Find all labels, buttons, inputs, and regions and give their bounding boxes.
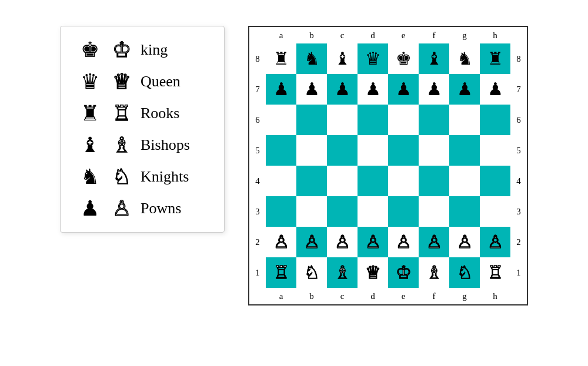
col-label-top-h: h — [480, 27, 510, 43]
legend-row-king: ♚♔king — [77, 37, 208, 63]
piece-g8: ♞ — [457, 50, 473, 68]
piece-b1: ♘ — [304, 264, 320, 281]
cell-d7: ♟ — [358, 74, 388, 105]
cell-f5 — [419, 135, 449, 166]
cell-g6 — [449, 105, 480, 135]
piece-b7: ♟ — [304, 80, 320, 98]
piece-a7: ♟ — [273, 80, 289, 98]
legend-row-rooks: ♜♖Rooks — [77, 100, 208, 126]
cell-d5 — [358, 135, 388, 166]
piece-white-icon: ♙ — [109, 198, 135, 219]
cell-a8: ♜ — [266, 43, 296, 74]
piece-b2: ♙ — [304, 233, 320, 251]
piece-f2: ♙ — [426, 233, 442, 251]
cell-f7: ♟ — [419, 74, 449, 105]
cell-e1: ♔ — [388, 257, 419, 288]
col-label-bottom-a: a — [266, 288, 296, 304]
cell-b8: ♞ — [296, 43, 327, 74]
piece-f1: ♗ — [426, 264, 442, 281]
cell-e3 — [388, 196, 419, 227]
cell-h8: ♜ — [480, 43, 510, 74]
piece-g7: ♟ — [457, 80, 473, 98]
cell-d3 — [358, 196, 388, 227]
cell-a4 — [266, 166, 296, 196]
chess-board: abcdefgh8♜♞♝♛♚♝♞♜87♟♟♟♟♟♟♟♟7665544332♙♙♙… — [248, 26, 528, 305]
piece-e7: ♟ — [396, 80, 412, 98]
cell-h5 — [480, 135, 510, 166]
corner-tl — [249, 27, 266, 43]
legend-label: Knights — [141, 168, 189, 186]
cell-e7: ♟ — [388, 74, 419, 105]
legend-label: Queen — [141, 73, 181, 90]
cell-c7: ♟ — [327, 74, 358, 105]
cell-a6 — [266, 105, 296, 135]
row-label-left-2: 2 — [249, 227, 266, 257]
row-label-right-4: 4 — [510, 166, 527, 196]
cell-f1: ♗ — [419, 257, 449, 288]
col-label-top-f: f — [419, 27, 449, 43]
corner-br — [510, 288, 527, 304]
cell-c1: ♗ — [327, 257, 358, 288]
legend-row-powns: ♟♙Powns — [77, 196, 208, 221]
legend-label: king — [141, 41, 168, 59]
cell-b3 — [296, 196, 327, 227]
piece-white-icon: ♕ — [109, 71, 135, 92]
col-label-bottom-e: e — [388, 288, 419, 304]
cell-c3 — [327, 196, 358, 227]
row-label-right-5: 5 — [510, 135, 527, 166]
row-label-left-5: 5 — [249, 135, 266, 166]
cell-f3 — [419, 196, 449, 227]
piece-a1: ♖ — [273, 264, 289, 281]
cell-h2: ♙ — [480, 227, 510, 257]
cell-c2: ♙ — [327, 227, 358, 257]
piece-black-icon: ♟ — [77, 198, 103, 219]
piece-a2: ♙ — [273, 233, 289, 251]
cell-g4 — [449, 166, 480, 196]
piece-c2: ♙ — [335, 233, 350, 251]
cell-h1: ♖ — [480, 257, 510, 288]
cell-e2: ♙ — [388, 227, 419, 257]
col-label-bottom-g: g — [449, 288, 480, 304]
row-label-right-7: 7 — [510, 74, 527, 105]
cell-b2: ♙ — [296, 227, 327, 257]
cell-e8: ♚ — [388, 43, 419, 74]
piece-white-icon: ♔ — [109, 39, 135, 61]
corner-bl — [249, 288, 266, 304]
row-label-right-2: 2 — [510, 227, 527, 257]
col-label-top-g: g — [449, 27, 480, 43]
cell-g2: ♙ — [449, 227, 480, 257]
cell-b5 — [296, 135, 327, 166]
row-label-right-8: 8 — [510, 43, 527, 74]
row-label-left-7: 7 — [249, 74, 266, 105]
piece-d2: ♙ — [365, 233, 381, 251]
cell-h7: ♟ — [480, 74, 510, 105]
piece-f7: ♟ — [426, 80, 442, 98]
cell-f2: ♙ — [419, 227, 449, 257]
corner-tr — [510, 27, 527, 43]
piece-black-icon: ♚ — [77, 39, 103, 61]
cell-d2: ♙ — [358, 227, 388, 257]
cell-c4 — [327, 166, 358, 196]
cell-g7: ♟ — [449, 74, 480, 105]
legend-card: ♚♔king♛♕Queen♜♖Rooks♝♗Bishops♞♘Knights♟♙… — [60, 26, 225, 233]
col-label-top-d: d — [358, 27, 388, 43]
cell-h3 — [480, 196, 510, 227]
piece-black-icon: ♞ — [77, 166, 103, 187]
cell-g5 — [449, 135, 480, 166]
cell-f6 — [419, 105, 449, 135]
row-label-left-8: 8 — [249, 43, 266, 74]
legend-row-queen: ♛♕Queen — [77, 69, 208, 95]
cell-b1: ♘ — [296, 257, 327, 288]
piece-g2: ♙ — [457, 233, 473, 251]
row-label-left-1: 1 — [249, 257, 266, 288]
cell-e4 — [388, 166, 419, 196]
legend-row-bishops: ♝♗Bishops — [77, 132, 208, 158]
cell-h6 — [480, 105, 510, 135]
row-label-right-1: 1 — [510, 257, 527, 288]
piece-black-icon: ♝ — [77, 135, 103, 156]
cell-f4 — [419, 166, 449, 196]
legend-label: Rooks — [141, 105, 179, 122]
cell-c8: ♝ — [327, 43, 358, 74]
cell-e5 — [388, 135, 419, 166]
cell-g1: ♘ — [449, 257, 480, 288]
